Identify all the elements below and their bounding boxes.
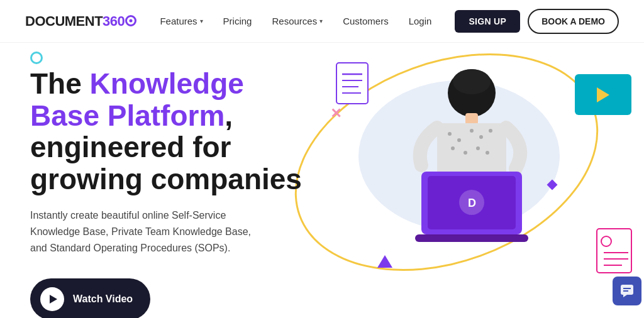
nav-links: Features ▾ Pricing Resources ▾ Customers…: [160, 16, 431, 26]
floating-document-bottomright: [594, 228, 638, 280]
nav-link-customers[interactable]: Customers: [343, 16, 389, 26]
svg-point-12: [479, 135, 483, 139]
nav-item-features[interactable]: Features ▾: [160, 16, 203, 26]
svg-point-10: [457, 138, 461, 142]
signup-button[interactable]: SIGN UP: [455, 10, 520, 33]
svg-marker-31: [623, 295, 627, 297]
hero-right: ✕: [327, 43, 644, 318]
svg-rect-28: [621, 285, 633, 295]
nav-item-customers[interactable]: Customers: [343, 16, 389, 26]
svg-point-14: [451, 146, 455, 150]
logo-text-360: 360: [103, 13, 125, 30]
book-demo-button[interactable]: BOOK A DEMO: [528, 9, 619, 34]
nav-link-features[interactable]: Features ▾: [160, 16, 203, 26]
svg-point-11: [470, 129, 474, 133]
hero-subtext: Instantly create beautiful online Self-S…: [30, 207, 269, 256]
hero-left: The Knowledge Base Platform, engineered …: [0, 43, 327, 318]
floating-video-thumbnail[interactable]: [575, 74, 631, 115]
teal-circle-decoration: [30, 52, 43, 64]
triangle-decoration: [377, 255, 392, 268]
svg-point-17: [486, 151, 489, 155]
logo-circle-icon: [125, 15, 136, 26]
logo[interactable]: DOCUMENT360: [25, 13, 136, 30]
svg-rect-0: [336, 63, 368, 104]
floating-document-topleft: [333, 62, 371, 111]
logo-text-doc: DOCUMENT: [25, 13, 103, 30]
watch-video-button[interactable]: Watch Video: [30, 278, 150, 318]
nav-item-login[interactable]: Login: [409, 16, 432, 26]
play-triangle-icon: [50, 295, 57, 304]
svg-point-9: [448, 132, 452, 136]
chat-icon-button[interactable]: [613, 277, 641, 305]
chevron-down-icon: ▾: [319, 18, 323, 25]
hero-headline: The Knowledge Base Platform, engineered …: [30, 68, 302, 195]
svg-point-6: [453, 69, 491, 94]
svg-rect-7: [465, 113, 478, 124]
video-play-icon: [597, 87, 609, 102]
svg-point-15: [464, 151, 467, 155]
svg-text:D: D: [468, 197, 476, 209]
navbar: DOCUMENT360 Features ▾ Pricing Resources…: [0, 0, 644, 43]
nav-actions: SIGN UP BOOK A DEMO: [455, 9, 619, 34]
chevron-down-icon: ▾: [200, 18, 203, 25]
svg-point-13: [489, 129, 492, 133]
svg-rect-22: [415, 234, 528, 242]
nav-link-login[interactable]: Login: [409, 16, 432, 26]
nav-item-resources[interactable]: Resources ▾: [272, 16, 323, 26]
play-icon: [40, 287, 64, 311]
nav-link-pricing[interactable]: Pricing: [223, 16, 252, 26]
svg-rect-23: [597, 229, 631, 273]
headline-text-the: The: [30, 67, 90, 100]
hero-section: The Knowledge Base Platform, engineered …: [0, 43, 644, 318]
watch-video-label: Watch Video: [73, 293, 133, 305]
nav-link-resources[interactable]: Resources ▾: [272, 16, 323, 26]
nav-item-pricing[interactable]: Pricing: [223, 16, 252, 26]
person-illustration: D: [377, 55, 553, 259]
svg-point-16: [476, 146, 480, 150]
